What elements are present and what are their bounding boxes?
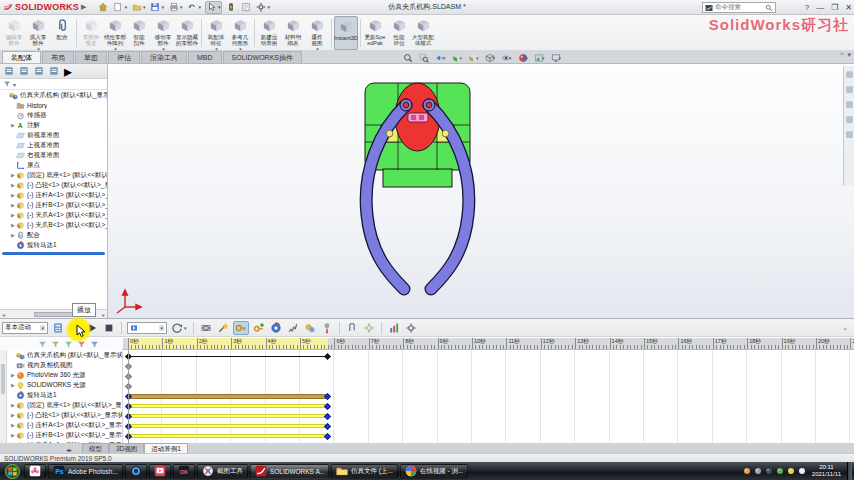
tab-装配体[interactable]: 装配体 [2, 51, 41, 63]
tree-item[interactable]: 上视基准面 [0, 140, 107, 150]
close-button[interactable]: ✕ [845, 1, 852, 14]
panel-expand-arrow[interactable]: ▸ [64, 64, 72, 81]
tree-item[interactable]: ▶(-) 连杆A<1> (默认<<默认>_显示状态 1>) [0, 190, 107, 200]
tray-white-icon[interactable] [798, 467, 806, 475]
tree-item[interactable]: 旋转马达1 [0, 240, 107, 250]
show-desktop-button[interactable] [847, 462, 852, 480]
tray-orange-icon[interactable] [743, 467, 751, 475]
timeline-track[interactable] [123, 421, 854, 431]
mate-positions-button[interactable] [345, 321, 359, 335]
stop-button[interactable] [102, 321, 116, 335]
ribbon-pin-button[interactable]: ▾ [847, 51, 851, 59]
tree-item[interactable]: 前视基准面 [0, 130, 107, 140]
timeline-tracks[interactable] [123, 350, 854, 443]
tree-item[interactable]: 仿真夹爪机构 (默认<默认_显示状态-1>) [0, 90, 107, 100]
ribbon-button-bill-of-materials[interactable]: 材料明细表 [281, 16, 305, 50]
taskbar-button-solidworks[interactable]: SOLIDWORKS A... [250, 464, 329, 479]
ribbon-button-reference-geometry[interactable]: 参考几何图形▾ [228, 16, 252, 50]
ribbon-button-update-speedpak[interactable]: 更新SpeedPak [363, 16, 387, 50]
timeline-track[interactable] [123, 361, 854, 371]
save-button[interactable]: ▾ [149, 1, 165, 14]
motion-tree-item[interactable]: ▶SOLIDWORKS 光源 [0, 380, 122, 390]
new-button[interactable]: ▾ [112, 1, 128, 14]
taskbar-button-snipping[interactable]: 截图工具 [197, 464, 248, 479]
motion-tree-item[interactable]: ▶(-) 凸轮<1> (默认<<默认>_显示状态 1>) [0, 410, 122, 420]
rollback-bar[interactable] [2, 252, 105, 255]
taskbar-button-photoshop[interactable]: PsAdobe Photosh... [48, 464, 123, 479]
ribbon-button-insert-component[interactable]: 插入零部件▾ [26, 16, 50, 50]
tree-item[interactable]: ▶(-) 连杆B<1> (默认<<默认>_显示状态 1>) [0, 200, 107, 210]
ribbon-collapse-button[interactable]: ^ [840, 51, 843, 59]
ribbon-button-performance-evaluation[interactable]: 性能评估 [387, 16, 411, 50]
tab-布局[interactable]: 布局 [42, 51, 74, 63]
timeline-track[interactable] [123, 371, 854, 381]
ribbon-button-new-motion-study[interactable]: 新建运动算例 [257, 16, 281, 50]
timeline-track[interactable] [123, 381, 854, 391]
change-bar[interactable] [128, 394, 328, 399]
view-orientation-button[interactable]: ▾ [467, 51, 480, 65]
tab-SOLIDWORKS插件[interactable]: SOLIDWORKS插件 [223, 51, 302, 63]
ribbon-button-large-assembly-mode[interactable]: 大型装配体模式 [411, 16, 435, 50]
ribbon-button-assembly-features[interactable]: 装配体特征▾ [204, 16, 228, 50]
select-button[interactable]: ▾ [205, 1, 223, 14]
taskpane-item-icon[interactable] [845, 85, 854, 94]
filter-all-icon[interactable] [38, 340, 47, 349]
motion-tree-item[interactable]: 视向及相机视图 [0, 360, 122, 370]
file-properties-button[interactable] [240, 1, 252, 14]
tray-clock[interactable]: 20:112021/11/11 [809, 464, 844, 478]
tab-scroll-arrows[interactable]: ◂▸ [66, 446, 72, 453]
open-button[interactable]: ▾ [131, 1, 147, 14]
timeline-ruler[interactable]: 0秒1秒2秒3秒4秒5秒6秒7秒8秒9秒10秒11秒12秒13秒14秒15秒16… [123, 338, 854, 350]
tree-item[interactable]: 右视基准面 [0, 150, 107, 160]
motor-button[interactable] [269, 321, 283, 335]
timeline-track[interactable] [123, 411, 854, 421]
menu-expand-arrow-icon[interactable]: ▶ [81, 3, 86, 11]
filter-animated-icon[interactable] [51, 340, 60, 349]
tab-草图[interactable]: 草图 [75, 51, 107, 63]
tree-item[interactable]: 传感器 [0, 110, 107, 120]
taskbar-button-app-tv[interactable] [149, 464, 171, 479]
ribbon-button-move-component[interactable]: 移动零部件▾ [151, 16, 175, 50]
filter-results-icon[interactable] [90, 340, 99, 349]
key-point[interactable] [324, 422, 331, 429]
help-button[interactable]: ? [805, 1, 809, 14]
fm-tab-icon[interactable] [34, 66, 44, 76]
taskpane-item-icon[interactable] [845, 70, 854, 79]
motion-tree-item[interactable]: ▶(固定) 底座<1> (默认<<默认>_显示状态 1>) [0, 400, 122, 410]
graph-results-button[interactable] [387, 321, 401, 335]
motion-panel-collapse-button[interactable]: ⌄ [842, 324, 852, 332]
calculate-button[interactable] [51, 321, 65, 335]
apply-scene-button[interactable]: ▾ [533, 51, 546, 65]
tree-item[interactable]: ▶(-) 夹爪A<1> (默认<<默认>_显示状态 1>) [0, 210, 107, 220]
hide-show-items-button[interactable]: ▾ [500, 51, 513, 65]
edit-appearance-button[interactable]: ▾ [517, 51, 530, 65]
start-button[interactable] [2, 462, 22, 480]
tree-item[interactable]: 原点 [0, 160, 107, 170]
tree-filter-row[interactable]: ▾ [0, 79, 107, 90]
timeline-track[interactable] [123, 401, 854, 411]
doc-tab-模型[interactable]: 模型 [82, 443, 109, 453]
time-cursor-line[interactable] [128, 350, 129, 443]
home-button[interactable] [97, 1, 109, 14]
restore-button[interactable]: ❐ [831, 1, 838, 14]
ribbon-button-mates[interactable]: 配合 [50, 16, 74, 50]
motion-tree-item[interactable]: 旋转马达1 [0, 390, 122, 400]
timeline-track[interactable] [123, 431, 854, 441]
doc-tab-运动算例1[interactable]: 运动算例1 [144, 443, 188, 453]
taskbar-button-app-ok[interactable]: OK [173, 464, 195, 479]
print-button[interactable]: ▾ [168, 1, 184, 14]
change-bar[interactable] [128, 434, 328, 438]
taskpane-item-icon[interactable] [845, 130, 854, 139]
tree-item[interactable]: ▶(固定) 底座<1> (默认<<默认>_显示状态 1>) [0, 170, 107, 180]
motion-tree-scrollbar[interactable] [0, 350, 7, 443]
timeline-track[interactable] [123, 391, 854, 401]
taskbar-button-pinwheel[interactable]: 在线视频 - 浏... [400, 464, 469, 479]
spring-button[interactable] [286, 321, 300, 335]
taskbar-button-app-flower[interactable] [24, 464, 46, 479]
taskbar-button-app-ring[interactable] [125, 464, 147, 479]
fm-tab-icon[interactable] [4, 66, 14, 76]
undo-button[interactable]: ▾ [186, 1, 202, 14]
key-point[interactable] [324, 392, 331, 399]
taskpane-item-icon[interactable] [845, 100, 854, 109]
tray-dark-icon[interactable] [765, 467, 773, 475]
